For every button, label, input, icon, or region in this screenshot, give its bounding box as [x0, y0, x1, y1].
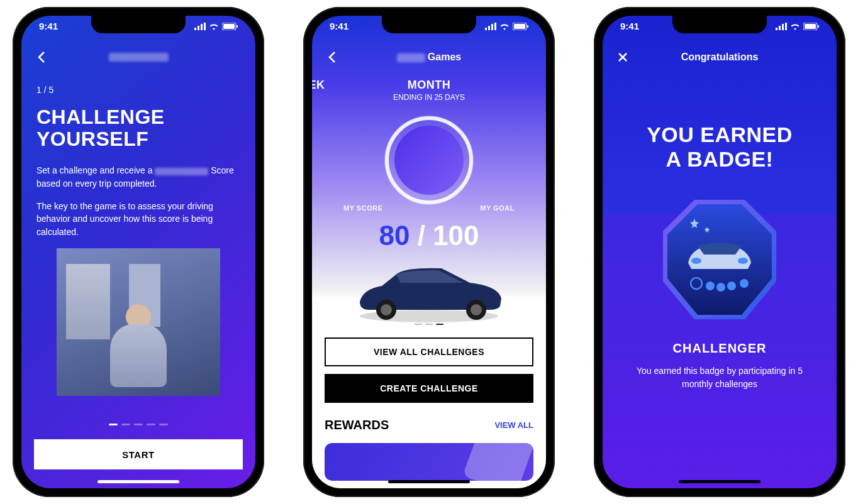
back-button[interactable]	[325, 50, 340, 65]
svg-point-34	[740, 279, 749, 288]
svg-point-16	[381, 304, 392, 315]
back-button[interactable]	[34, 50, 49, 65]
rewards-header: REWARDS VIEW ALL	[325, 418, 533, 432]
notch	[672, 16, 767, 33]
badge-illustration	[660, 197, 779, 322]
score-slash: /	[410, 220, 433, 251]
period-tabs: EEK MONTH ENDING IN 25 DAYS	[312, 79, 546, 102]
progress-ring	[385, 116, 473, 204]
svg-point-31	[706, 282, 715, 290]
home-indicator[interactable]	[388, 480, 470, 483]
screen-onboarding: 9:41 1 / 5 CHALLENGE YOURSELF Set a chal…	[21, 16, 255, 488]
tab-month-sub: ENDING IN 25 DAYS	[393, 93, 465, 102]
nav-title: Games	[397, 52, 461, 63]
home-indicator[interactable]	[679, 480, 760, 483]
view-challenges-button[interactable]: VIEW ALL CHALLENGES	[325, 337, 533, 366]
chevron-left-icon	[38, 51, 45, 63]
svg-rect-13	[527, 25, 528, 28]
wifi-icon	[790, 23, 800, 30]
svg-rect-19	[776, 28, 777, 30]
badge-name: CHALLENGER	[603, 341, 837, 356]
svg-rect-10	[494, 23, 496, 30]
goal-value: 100	[433, 220, 479, 251]
svg-rect-5	[223, 24, 235, 29]
dot-2[interactable]	[121, 424, 130, 425]
create-challenge-button[interactable]: CREATE CHALLENGE	[325, 374, 533, 403]
svg-rect-20	[779, 26, 781, 30]
svg-point-28	[691, 258, 701, 264]
dot-1[interactable]	[415, 324, 422, 325]
svg-rect-21	[782, 24, 784, 30]
redacted-brand	[155, 168, 208, 175]
badge-icon	[660, 197, 779, 322]
intro-paragraph-2: The key to the game is to assess your dr…	[36, 200, 240, 238]
tab-month[interactable]: MONTH ENDING IN 25 DAYS	[393, 79, 465, 102]
battery-icon	[803, 23, 819, 30]
tab-week[interactable]: EEK	[312, 79, 325, 92]
svg-rect-2	[201, 24, 203, 30]
nav-bar: Games	[312, 45, 546, 70]
svg-point-32	[716, 283, 725, 292]
svg-rect-9	[491, 24, 493, 30]
svg-rect-3	[204, 23, 206, 30]
status-right	[776, 21, 819, 31]
person-illustration	[110, 304, 167, 387]
car-illustration	[347, 261, 511, 326]
dot-4[interactable]	[147, 424, 155, 425]
phone-frame-2: 9:41 Games EEK MONTH ENDING IN 25 DAYS	[303, 7, 555, 497]
onboarding-body: 1 / 5 CHALLENGE YOURSELF Set a challenge…	[21, 16, 255, 396]
signal-icon	[776, 23, 787, 30]
svg-rect-1	[198, 26, 199, 30]
phone-frame-1: 9:41 1 / 5 CHALLENGE YOURSELF Set a chal…	[13, 7, 264, 497]
phone-frame-3: 9:41 Congratulations YOU EARNED A BADGE!	[594, 7, 845, 497]
notch	[91, 16, 186, 33]
screen-games: 9:41 Games EEK MONTH ENDING IN 25 DAYS	[312, 16, 546, 488]
dot-3[interactable]	[436, 324, 443, 325]
label-my-score: MY SCORE	[343, 204, 382, 212]
dot-2[interactable]	[425, 324, 433, 325]
battery-icon	[222, 23, 238, 30]
status-time: 9:41	[39, 21, 58, 31]
status-time: 9:41	[620, 21, 639, 31]
screen-congrats: 9:41 Congratulations YOU EARNED A BADGE!	[603, 16, 837, 488]
signal-icon	[485, 23, 496, 30]
dot-5[interactable]	[159, 424, 168, 425]
notch	[382, 16, 476, 33]
svg-rect-6	[237, 25, 238, 28]
step-counter: 1 / 5	[36, 85, 240, 95]
label-my-goal: MY GOAL	[480, 204, 515, 212]
svg-point-29	[738, 258, 748, 264]
svg-point-33	[727, 282, 736, 290]
wifi-icon	[209, 23, 219, 30]
battery-icon	[513, 23, 528, 30]
congrats-body: YOU EARNED A BADGE!	[603, 16, 837, 391]
carousel-dots	[312, 324, 546, 325]
rewards-card[interactable]	[325, 443, 533, 481]
svg-rect-24	[805, 24, 816, 29]
dot-1[interactable]	[109, 424, 118, 425]
score-display: 80 / 100	[312, 220, 546, 251]
rewards-view-all-link[interactable]: VIEW ALL	[494, 420, 533, 430]
nav-bar: Congratulations	[603, 45, 837, 70]
dot-3[interactable]	[134, 424, 143, 425]
tab-month-label: MONTH	[393, 79, 465, 92]
badge-description: You earned this badge by participating i…	[627, 364, 813, 391]
svg-rect-25	[818, 25, 819, 28]
score-value: 80	[379, 220, 410, 251]
close-button[interactable]	[615, 50, 630, 65]
status-time: 9:41	[330, 21, 348, 31]
start-button[interactable]: START	[34, 439, 243, 469]
congrats-title: YOU EARNED A BADGE!	[603, 123, 837, 172]
close-icon	[618, 52, 628, 62]
score-labels: MY SCORE MY GOAL	[312, 204, 546, 212]
nav-title-redacted	[397, 53, 425, 62]
home-indicator[interactable]	[98, 480, 179, 483]
svg-rect-7	[485, 28, 487, 30]
nav-bar	[21, 45, 255, 70]
nav-title: Congratulations	[681, 52, 759, 63]
svg-rect-22	[785, 23, 787, 30]
svg-rect-0	[194, 28, 196, 30]
svg-rect-12	[514, 24, 525, 29]
rewards-title: REWARDS	[325, 418, 389, 432]
svg-point-18	[471, 304, 482, 315]
